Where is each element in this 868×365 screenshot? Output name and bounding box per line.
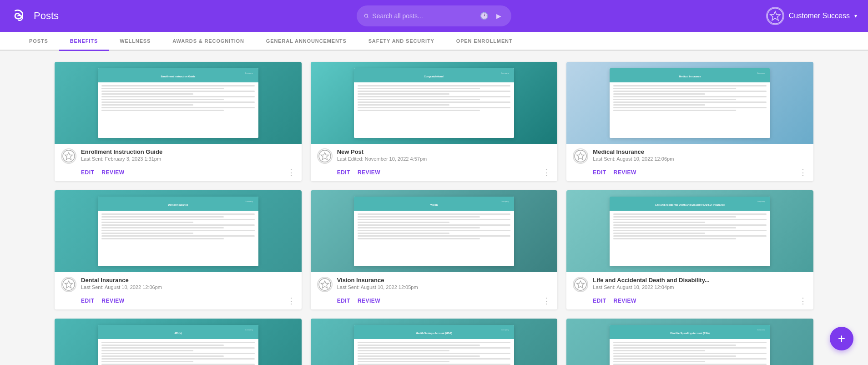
post-thumbnail: Company Medical Insurance [566, 62, 813, 144]
post-date: Last Edited: November 10, 2022 4:57pm [337, 156, 551, 162]
thumbnail-doc: Company Congratulations! [354, 68, 515, 138]
user-name-label: Customer Success [789, 12, 850, 20]
post-metadata: Medical Insurance Last Sent: August 10, … [593, 148, 807, 162]
post-title: New Post [337, 148, 551, 155]
post-info: Medical Insurance Last Sent: August 10, … [566, 144, 813, 167]
post-author-avatar [317, 148, 333, 164]
post-title: Dental Insurance [81, 277, 295, 284]
edit-button[interactable]: EDIT [81, 298, 94, 304]
thumbnail-doc: Company Vision [354, 197, 515, 266]
post-info: Enrollment Instruction Guide Last Sent: … [55, 144, 302, 167]
more-options-button[interactable]: ⋮ [287, 297, 295, 305]
user-avatar [766, 7, 784, 25]
nav-item-posts[interactable]: POSTS [18, 31, 59, 51]
post-metadata: Enrollment Instruction Guide Last Sent: … [81, 148, 295, 162]
post-thumbnail: Company Life and Accidental Death and Di… [566, 190, 813, 272]
more-options-button[interactable]: ⋮ [543, 297, 551, 305]
logo-area: Posts [11, 7, 59, 25]
edit-button[interactable]: EDIT [81, 169, 94, 176]
edit-button[interactable]: EDIT [337, 298, 350, 304]
post-metadata: Vision Insurance Last Sent: August 10, 2… [337, 277, 551, 290]
avatar-star-small [318, 278, 331, 291]
post-thumbnail: Company Dental Insurance [55, 190, 302, 272]
nav-item-enrollment[interactable]: OPEN ENROLLMENT [445, 31, 524, 51]
post-date: Last Sent: August 10, 2022 12:05pm [337, 284, 551, 290]
post-author-avatar [61, 277, 76, 292]
more-options-button[interactable]: ⋮ [287, 168, 295, 177]
svg-line-1 [367, 17, 368, 18]
post-actions: EDIT REVIEW ⋮ [55, 295, 302, 309]
create-post-fab[interactable]: + [830, 327, 853, 350]
more-options-button[interactable]: ⋮ [799, 297, 807, 305]
more-options-button[interactable]: ⋮ [543, 168, 551, 177]
post-thumbnail: Company Vision [311, 190, 558, 272]
search-icon [364, 13, 368, 19]
thumbnail-doc: Company Medical Insurance [610, 68, 770, 138]
post-actions: EDIT REVIEW ⋮ [311, 167, 558, 181]
post-thumbnail: Company 401(k) [55, 319, 302, 365]
post-actions: EDIT REVIEW ⋮ [55, 167, 302, 181]
avatar-star-small [62, 150, 75, 162]
user-menu[interactable]: Customer Success ▾ [766, 7, 857, 25]
avatar-star-small [574, 150, 587, 162]
post-thumbnail: Company Enrollment Instruction Guide [55, 62, 302, 144]
post-metadata: Life and Accidental Death and Disability… [593, 277, 807, 290]
search-bar[interactable]: 🕐 ▶ [357, 5, 511, 26]
post-metadata: Dental Insurance Last Sent: August 10, 2… [81, 277, 295, 290]
post-metadata: New Post Last Edited: November 10, 2022 … [337, 148, 551, 162]
avatar-star-small [62, 278, 75, 291]
edit-button[interactable]: EDIT [337, 169, 350, 176]
nav-item-announcements[interactable]: GENERAL ANNOUNCEMENTS [255, 31, 358, 51]
post-info: Life and Accidental Death and Disability… [566, 272, 813, 295]
post-author-avatar [573, 148, 588, 164]
post-card: Company Enrollment Instruction Guide [55, 62, 302, 181]
review-button[interactable]: REVIEW [101, 169, 124, 176]
post-card: Company Vision [311, 190, 558, 309]
app-header: Posts 🕐 ▶ Customer Success ▾ [0, 0, 868, 32]
post-card: Company Congratulations! [311, 62, 558, 181]
nav-item-wellness[interactable]: WELLNESS [109, 31, 161, 51]
nav-bar: POSTS BENEFITS WELLNESS AWARDS & RECOGNI… [0, 32, 868, 51]
post-date: Last Sent: August 10, 2022 12:06pm [81, 284, 295, 290]
thumbnail-doc: Company Life and Accidental Death and Di… [610, 197, 770, 266]
post-author-avatar [317, 277, 333, 292]
nav-item-safety[interactable]: SAFETY AND SECURITY [358, 31, 445, 51]
review-button[interactable]: REVIEW [614, 169, 636, 176]
search-input[interactable] [372, 12, 475, 20]
app-logo-icon [11, 7, 28, 25]
nav-item-benefits[interactable]: BENEFITS [59, 32, 109, 51]
post-actions: EDIT REVIEW ⋮ [566, 295, 813, 309]
post-date: Last Sent: August 10, 2022 12:06pm [593, 156, 807, 162]
edit-button[interactable]: EDIT [593, 169, 606, 176]
post-thumbnail: Company Health Savings Account (HSA) [311, 319, 558, 365]
posts-grid: Company Enrollment Instruction Guide [55, 62, 813, 365]
avatar-star-small [318, 150, 331, 162]
main-content: Company Enrollment Instruction Guide [0, 51, 868, 365]
review-button[interactable]: REVIEW [358, 169, 380, 176]
nav-item-awards[interactable]: AWARDS & RECOGNITION [161, 31, 255, 51]
post-card: Company Health Savings Account (HSA) [311, 319, 558, 365]
review-button[interactable]: REVIEW [358, 298, 380, 304]
post-card: Company Dental Insurance [55, 190, 302, 309]
post-info: Dental Insurance Last Sent: August 10, 2… [55, 272, 302, 295]
thumbnail-doc: Company Health Savings Account (HSA) [354, 325, 515, 365]
thumbnail-doc: Company Enrollment Instruction Guide [98, 68, 258, 138]
post-title: Enrollment Instruction Guide [81, 148, 295, 155]
post-title: Life and Accidental Death and Disability… [593, 277, 807, 284]
more-options-button[interactable]: ⋮ [799, 168, 807, 177]
search-history-btn[interactable]: 🕐 [479, 9, 490, 23]
post-thumbnail: Company Flexible Spending Account (FSA) [566, 319, 813, 365]
post-info: Vision Insurance Last Sent: August 10, 2… [311, 272, 558, 295]
header-actions: Customer Success ▾ [766, 7, 857, 25]
post-author-avatar [573, 277, 588, 292]
post-author-avatar [61, 148, 76, 164]
post-thumbnail: Company Congratulations! [311, 62, 558, 144]
avatar-star-small [574, 278, 587, 291]
app-title: Posts [34, 10, 59, 22]
post-card: Company Medical Insurance [566, 62, 813, 181]
edit-button[interactable]: EDIT [593, 298, 606, 304]
review-button[interactable]: REVIEW [614, 298, 636, 304]
search-video-btn[interactable]: ▶ [493, 9, 504, 23]
review-button[interactable]: REVIEW [101, 298, 124, 304]
post-actions: EDIT REVIEW ⋮ [311, 295, 558, 309]
